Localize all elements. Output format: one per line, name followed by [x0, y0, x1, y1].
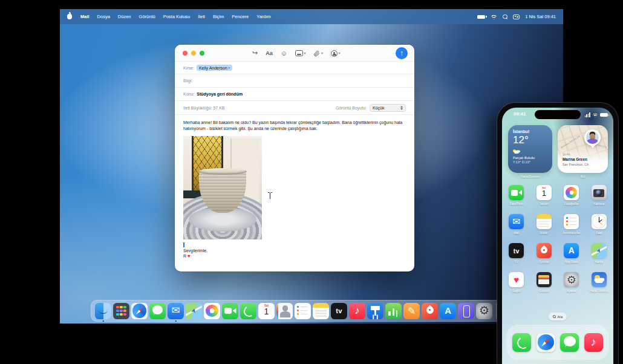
- pottery-photo-attachment[interactable]: [183, 136, 262, 239]
- to-field[interactable]: Kime: Kelly Anderson ▾: [175, 62, 414, 74]
- cc-field[interactable]: Bilgi:: [175, 74, 414, 88]
- dock-item-system-settings[interactable]: [476, 303, 492, 319]
- dock-item-safari[interactable]: [131, 303, 148, 319]
- launchpad-icon: [113, 303, 129, 319]
- message-paragraph: Merhaba anne! Bil bakalım ne oldu? Bu ya…: [183, 120, 406, 132]
- window-titlebar[interactable]: ↩ Aa ☺ ▾ ▾ ▾ ↑: [175, 45, 414, 62]
- subject-field[interactable]: Konu: Stüdyoya geri döndüm: [175, 88, 414, 101]
- app-label: Saat: [596, 231, 602, 235]
- spotlight-search-pill[interactable]: Ara: [549, 313, 567, 320]
- menu-posta-kutusu[interactable]: Posta Kutusu: [163, 14, 191, 19]
- iphone-device: 09:41 İstanbul 12° Parçalı Bulutlu Y:13°…: [497, 103, 618, 364]
- finder-icon: [95, 303, 111, 319]
- dock-item-music[interactable]: [349, 303, 365, 319]
- iphone-app-mail[interactable]: Mail: [503, 214, 530, 243]
- search-label: Ara: [557, 315, 563, 319]
- spotlight-icon[interactable]: [503, 15, 507, 19]
- menu-yard-m[interactable]: Yardım: [256, 14, 271, 19]
- iphone-app-hava-durumu[interactable]: Hava Durumu: [585, 272, 612, 301]
- saat-icon: [592, 214, 607, 229]
- wifi-icon[interactable]: [491, 14, 497, 19]
- apple-menu-icon[interactable]: [67, 14, 72, 19]
- zoom-button[interactable]: [200, 51, 204, 56]
- iphone-app-kamera[interactable]: Kamera: [585, 185, 612, 214]
- iphone-app-ayarlar[interactable]: Ayarlar: [558, 272, 585, 301]
- closing-line: Sevgilerimle,: [183, 248, 406, 253]
- menu-dosya[interactable]: Dosya: [97, 14, 110, 19]
- partly-cloudy-icon: [513, 149, 520, 154]
- message-body[interactable]: Merhaba anne! Bil bakalım ne oldu? Bu ya…: [175, 115, 414, 271]
- dock-item-maps[interactable]: [186, 303, 202, 319]
- menu-d-zen[interactable]: Düzen: [118, 14, 131, 19]
- message-size-row: İleti Büyüklüğü: 57 KB Görüntü Boyutu: K…: [175, 101, 414, 115]
- emoji-button[interactable]: ☺: [281, 50, 287, 57]
- iphone-app-app-store[interactable]: App Store: [558, 243, 585, 272]
- menu-i-leti[interactable]: İleti: [198, 14, 205, 19]
- dock-item-mail[interactable]: [168, 303, 184, 319]
- iphone-dock-mesajlar[interactable]: [560, 333, 579, 352]
- heart-icon: ♥: [188, 253, 191, 259]
- iphone-app-oyunlar[interactable]: Oyunlar: [530, 243, 557, 272]
- dock-item-keynote[interactable]: [367, 303, 383, 319]
- menu-g-r-nt-[interactable]: Görüntü: [139, 14, 155, 19]
- sa-l-k-icon: [509, 272, 524, 287]
- iphone-app-facetime[interactable]: FaceTime: [503, 185, 530, 214]
- mac-display: MailDosyaDüzenGörüntüPosta KutusuİletiBi…: [60, 9, 563, 323]
- iphone-mirroring-icon: [458, 303, 474, 319]
- dock-item-iphone-mirroring[interactable]: [458, 303, 474, 319]
- close-button[interactable]: [183, 51, 188, 56]
- oyunlar-icon: [537, 243, 552, 258]
- recipient-token[interactable]: Kelly Anderson ▾: [197, 65, 232, 71]
- ayarlar-icon: [564, 272, 579, 287]
- menu-bi-im[interactable]: Biçim: [213, 14, 224, 19]
- image-size-dropdown[interactable]: Küçük: [370, 104, 406, 112]
- weather-widget[interactable]: İstanbul 12° Parçalı Bulutlu Y:13° D:10°: [508, 125, 552, 173]
- dock-item-pages[interactable]: [403, 303, 420, 319]
- iphone-dock-telefon[interactable]: [512, 333, 531, 352]
- battery-icon[interactable]: [477, 15, 485, 19]
- dock-item-reminders[interactable]: [295, 303, 311, 319]
- foto-raflar-icon: [564, 185, 579, 200]
- dock-item-messages[interactable]: [149, 303, 166, 319]
- dock-item-photos[interactable]: [204, 303, 220, 319]
- attach-button[interactable]: ▾: [313, 50, 323, 57]
- dock-item-contacts[interactable]: [276, 303, 293, 319]
- dock-item-calendar[interactable]: Sal1: [258, 303, 275, 319]
- app-store-icon: [564, 243, 579, 258]
- dock-item-app-store[interactable]: [440, 303, 456, 319]
- dock-item-tv[interactable]: [331, 303, 347, 319]
- control-center-icon[interactable]: [513, 15, 520, 19]
- messages-icon: [149, 303, 166, 319]
- send-button[interactable]: ↑: [396, 47, 408, 59]
- undo-button[interactable]: ↩: [252, 50, 258, 57]
- iphone-app-takvim[interactable]: Sal1Takvim: [530, 185, 557, 214]
- dock-item-finder[interactable]: [95, 303, 111, 319]
- iphone-app-c-zdan[interactable]: Cüzdan: [530, 272, 557, 301]
- minimize-button[interactable]: [191, 51, 196, 56]
- dock-item-facetime[interactable]: [222, 303, 238, 319]
- insert-more-button[interactable]: ▾: [331, 50, 341, 57]
- iphone-dock-safari[interactable]: [537, 333, 555, 352]
- menu-bar-clock[interactable]: 1 Nis Sal 09:41: [525, 14, 556, 19]
- search-icon: [553, 315, 556, 318]
- menu-pencere[interactable]: Pencere: [232, 14, 249, 19]
- iphone-dock-muzik[interactable]: [584, 333, 603, 352]
- findmy-widget[interactable]: MARINA GREEN DR MARINA BLV Şu An Marina …: [558, 125, 608, 173]
- dock-item-numbers[interactable]: [385, 303, 402, 319]
- iphone-app-harita[interactable]: Harita: [585, 243, 612, 272]
- iphone-app-an-msat-c-lar[interactable]: Anımsatıcılar: [558, 214, 585, 243]
- signature-line: R ♥: [183, 253, 406, 259]
- menu-mail[interactable]: Mail: [80, 14, 90, 19]
- format-button[interactable]: Aa: [266, 51, 273, 56]
- photo-browser-button[interactable]: ▾: [295, 50, 306, 56]
- iphone-app-tv[interactable]: TV: [503, 243, 530, 272]
- dock-item-games[interactable]: [422, 303, 438, 319]
- iphone-app-sa-l-k[interactable]: Sağlık: [503, 272, 530, 301]
- dock-item-phone[interactable]: [240, 303, 256, 319]
- dock-item-notes[interactable]: [313, 303, 329, 319]
- iphone-app-saat[interactable]: Saat: [585, 214, 612, 243]
- paperclip-icon: [313, 50, 320, 57]
- iphone-app-foto-raflar[interactable]: Fotoğraflar: [558, 185, 585, 214]
- dock-item-launchpad[interactable]: [113, 303, 129, 319]
- iphone-app-notlar[interactable]: Notlar: [530, 214, 557, 243]
